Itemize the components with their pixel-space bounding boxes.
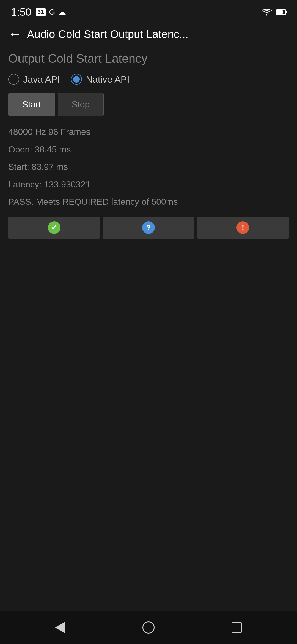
back-button[interactable]: ← xyxy=(8,28,21,41)
radio-group: Java API Native API xyxy=(8,74,289,85)
status-bar-left: 1:50 31 G ☁ xyxy=(11,6,66,18)
status-bar-right xyxy=(262,9,286,16)
start-button[interactable]: Start xyxy=(8,93,55,116)
status-time: 1:50 xyxy=(11,6,31,18)
stop-button[interactable]: Stop xyxy=(58,93,104,116)
status-icons: 31 G ☁ xyxy=(36,8,66,17)
nav-recents-button[interactable] xyxy=(232,622,242,633)
result-line-1: Open: 38.45 ms xyxy=(8,142,289,158)
radio-label-native: Native API xyxy=(86,74,130,85)
radio-circle-java xyxy=(8,74,19,85)
status-pass-button[interactable]: ✓ xyxy=(8,217,100,239)
radio-native[interactable]: Native API xyxy=(71,74,130,85)
status-info-button[interactable]: ? xyxy=(103,217,194,239)
status-error-button[interactable]: ! xyxy=(197,217,289,239)
status-buttons: ✓ ? ! xyxy=(8,217,289,239)
status-bar: 1:50 31 G ☁ xyxy=(0,0,297,22)
app-bar: ← Audio Cold Start Output Latenc... xyxy=(0,22,297,46)
radio-java[interactable]: Java API xyxy=(8,74,60,85)
battery-icon xyxy=(276,9,286,15)
radio-circle-native xyxy=(71,74,82,85)
google-icon: G xyxy=(49,8,55,17)
nav-bar xyxy=(0,611,297,644)
nav-home-icon xyxy=(142,621,155,634)
nav-home-button[interactable] xyxy=(142,621,155,634)
nav-back-icon xyxy=(55,621,65,634)
results-container: 48000 Hz 96 Frames Open: 38.45 ms Start:… xyxy=(8,124,289,210)
result-line-4: PASS. Meets REQUIRED latency of 500ms xyxy=(8,194,289,210)
result-line-2: Start: 83.97 ms xyxy=(8,159,289,175)
pass-icon: ✓ xyxy=(48,221,61,234)
button-group: Start Stop xyxy=(8,93,289,116)
svg-point-0 xyxy=(266,14,268,16)
info-icon: ? xyxy=(142,221,155,234)
battery-fill xyxy=(277,10,283,14)
result-line-0: 48000 Hz 96 Frames xyxy=(8,124,289,140)
error-icon: ! xyxy=(237,221,249,234)
radio-label-java: Java API xyxy=(23,74,60,85)
nav-recents-icon xyxy=(232,622,242,633)
calendar-icon: 31 xyxy=(36,8,46,16)
app-bar-title: Audio Cold Start Output Latenc... xyxy=(27,28,188,40)
result-line-3: Latency: 133.930321 xyxy=(8,177,289,193)
nav-back-button[interactable] xyxy=(55,621,65,634)
main-content: Output Cold Start Latency Java API Nativ… xyxy=(0,46,297,611)
wifi-icon xyxy=(262,9,272,16)
section-title: Output Cold Start Latency xyxy=(8,52,289,66)
cloud-icon: ☁ xyxy=(58,8,66,17)
